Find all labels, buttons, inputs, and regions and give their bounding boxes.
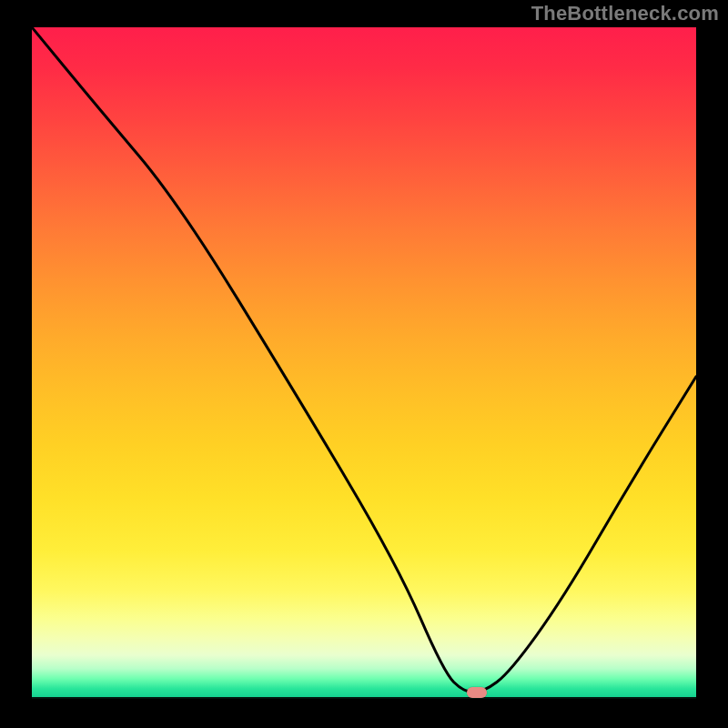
optimal-point-marker bbox=[467, 687, 487, 698]
curve-path bbox=[32, 27, 696, 693]
watermark-text: TheBottleneck.com bbox=[531, 2, 719, 25]
x-axis-baseline bbox=[32, 697, 696, 699]
bottleneck-curve bbox=[32, 27, 696, 699]
plot-area bbox=[32, 27, 696, 699]
chart-frame: TheBottleneck.com bbox=[0, 0, 728, 728]
